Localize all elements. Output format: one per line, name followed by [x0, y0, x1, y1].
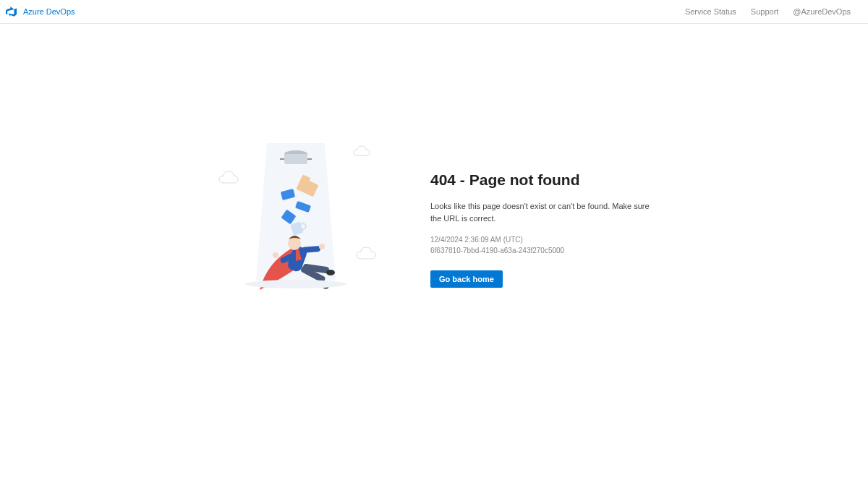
- error-meta: 12/4/2024 2:36:09 AM (UTC) 6f637810-7bbd…: [430, 234, 659, 256]
- error-timestamp: 12/4/2024 2:36:09 AM (UTC): [430, 234, 659, 245]
- svg-point-22: [245, 280, 346, 288]
- svg-point-18: [326, 270, 335, 275]
- support-link[interactable]: Support: [751, 7, 779, 16]
- twitter-link[interactable]: @AzureDevOps: [793, 7, 851, 16]
- error-title: 404 - Page not found: [430, 171, 659, 189]
- service-status-link[interactable]: Service Status: [685, 7, 736, 16]
- error-text-column: 404 - Page not found Looks like this pag…: [430, 140, 659, 288]
- svg-point-20: [273, 252, 278, 258]
- azure-devops-logo-icon: [6, 6, 17, 17]
- svg-point-21: [319, 244, 325, 249]
- header: Azure DevOps Service Status Support @Azu…: [0, 0, 868, 24]
- main-content: 404 - Page not found Looks like this pag…: [0, 24, 868, 299]
- error-illustration: [209, 140, 390, 299]
- error-description: Looks like this page doesn't exist or ca…: [430, 200, 659, 224]
- svg-point-15: [288, 237, 301, 250]
- go-home-button[interactable]: Go back home: [430, 270, 503, 288]
- svg-rect-2: [284, 154, 307, 164]
- brand-link[interactable]: Azure DevOps: [23, 7, 75, 16]
- error-request-id: 6f637810-7bbd-4190-a63a-243f270c5000: [430, 245, 659, 256]
- header-right: Service Status Support @AzureDevOps: [685, 7, 861, 16]
- content-row: 404 - Page not found Looks like this pag…: [209, 140, 659, 299]
- header-left: Azure DevOps: [6, 6, 75, 17]
